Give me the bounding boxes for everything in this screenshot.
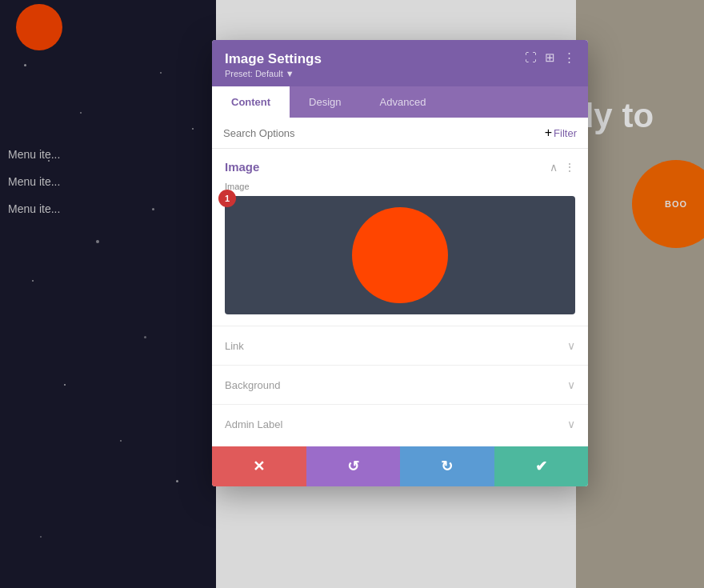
admin-label-section-header[interactable]: Admin Label ∨ [212,405,588,443]
modal-header-icons: ⛶ ⊞ ⋮ [525,51,575,63]
link-section: Link ∨ [212,326,588,365]
admin-label-chevron-icon: ∨ [567,418,575,430]
image-settings-modal: Image Settings Preset: Default ▼ ⛶ ⊞ ⋮ C… [212,40,588,486]
redo-button[interactable]: ↻ [400,446,494,486]
save-icon: ✔ [535,458,547,475]
section-more-icon[interactable]: ⋮ [564,161,575,174]
modal-preset[interactable]: Preset: Default ▼ [225,69,322,78]
link-label: Link [225,340,244,352]
search-input[interactable] [223,127,545,139]
filter-plus-icon: + [545,126,552,140]
background-label: Background [225,379,280,391]
background-section-header[interactable]: Background ∨ [212,366,588,404]
image-section-header: Image ∧ ⋮ [212,149,588,182]
cancel-button[interactable]: ✕ [212,446,306,486]
modal-title: Image Settings [225,51,322,67]
image-circle-preview [352,207,448,303]
tab-advanced[interactable]: Advanced [361,86,446,118]
redo-icon: ↻ [441,458,453,475]
modal-header: Image Settings Preset: Default ▼ ⛶ ⊞ ⋮ [212,40,588,86]
tab-design[interactable]: Design [290,86,360,118]
tab-bar: Content Design Advanced [212,86,588,118]
filter-button[interactable]: Filter [554,127,577,139]
undo-button[interactable]: ↺ [306,446,401,486]
fullscreen-icon[interactable]: ⛶ [525,51,537,63]
action-bar: ✕ ↺ ↻ ✔ [212,446,588,486]
image-preview[interactable]: 1 [225,196,575,314]
save-button[interactable]: ✔ [494,446,589,486]
image-field-label: Image [225,182,575,191]
link-section-header[interactable]: Link ∨ [212,326,588,365]
image-section-title: Image [225,160,259,174]
modal-header-info: Image Settings Preset: Default ▼ [225,51,322,78]
columns-icon[interactable]: ⊞ [545,51,555,63]
background-section: Background ∨ [212,365,588,404]
link-chevron-icon: ∨ [567,339,575,352]
tab-content[interactable]: Content [212,86,290,118]
admin-label-label: Admin Label [225,418,282,430]
image-badge: 1 [218,190,236,207]
collapse-icon[interactable]: ∧ [550,161,558,174]
more-options-icon[interactable]: ⋮ [563,51,575,63]
background-chevron-icon: ∨ [567,378,575,391]
undo-icon: ↺ [347,458,359,475]
admin-label-section: Admin Label ∨ [212,404,588,443]
image-upload-area: Image 1 [225,182,575,314]
search-bar: + Filter [212,118,588,149]
section-header-icons: ∧ ⋮ [550,161,575,174]
cancel-icon: ✕ [253,458,265,475]
